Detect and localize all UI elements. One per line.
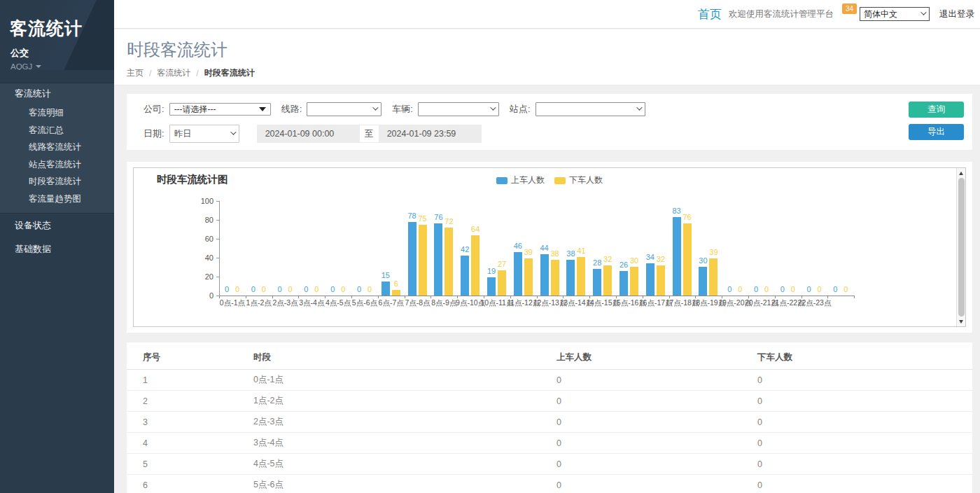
bar-boarding: [540, 254, 549, 296]
chevron-down-icon: [36, 65, 41, 68]
bar-value-label: 30: [626, 256, 643, 265]
bar-alighting: [709, 258, 718, 296]
table-row: 65点-6点00: [127, 475, 972, 493]
notification-badge: 34: [842, 4, 857, 14]
bar-boarding: [593, 269, 601, 296]
bar-value-label: 39: [520, 248, 537, 256]
table-cell: 3: [127, 412, 253, 433]
y-tick: [216, 220, 219, 221]
vehicle-select[interactable]: [418, 102, 499, 116]
y-tick-label: 0: [190, 291, 214, 300]
filter-panel: 公司: ---请选择--- 线路: 车辆:: [127, 94, 972, 150]
bar-value-label: 0: [335, 285, 351, 293]
bar-value-label: 0: [361, 285, 378, 293]
table-cell: 3点-4点: [253, 433, 556, 454]
date-preset-select[interactable]: 昨日: [169, 125, 239, 143]
bar-boarding: [514, 252, 522, 296]
breadcrumb: 主页 / 客流统计 / 时段客流统计: [127, 67, 980, 79]
sidebar-item-period-stats[interactable]: 时段客流统计: [0, 173, 114, 190]
y-tick-label: 100: [190, 197, 214, 205]
bar-alighting: [683, 223, 692, 296]
table-cell: 0: [556, 475, 757, 493]
bar-boarding: [461, 256, 469, 296]
col-header-period: 时段: [253, 345, 556, 370]
bar-value-label: 6: [388, 279, 405, 288]
table-cell: 0点-1点: [253, 370, 556, 391]
bar-alighting: [471, 235, 479, 296]
bar-alighting: [498, 270, 506, 296]
page-title: 时段客流统计: [127, 39, 980, 61]
bar-value-label: 0: [255, 285, 272, 293]
col-header-boarding: 上车人数: [556, 345, 757, 370]
breadcrumb-separator: /: [196, 69, 198, 78]
query-button[interactable]: 查询: [909, 102, 964, 118]
company-select-value: ---请选择---: [174, 104, 216, 116]
bar-value-label: 15: [377, 271, 394, 279]
bar-value-label: 0: [282, 285, 299, 293]
sidebar-item-passenger-detail[interactable]: 客流明细: [0, 104, 114, 122]
bar-alighting: [524, 258, 533, 296]
bar-boarding: [646, 263, 654, 296]
table-cell: 5点-6点: [253, 475, 556, 493]
sidebar-menu: 客流统计 客流明细 客流汇总 线路客流统计 站点客流统计 时段客流统计 客流量趋…: [0, 83, 114, 261]
bar-value-label: 38: [547, 249, 564, 258]
sidebar-item-station-stats[interactable]: 站点客流统计: [0, 156, 114, 174]
line-label: 线路:: [281, 103, 302, 116]
breadcrumb-passenger-stats[interactable]: 客流统计: [157, 67, 190, 79]
data-table-panel: 序号 时段 上车人数 下车人数 10点-1点0021点-2点0032点-3点00…: [127, 342, 972, 493]
table-cell: 1点-2点: [253, 391, 556, 412]
chart-scrollbar[interactable]: [956, 168, 965, 326]
sidebar-item-line-stats[interactable]: 线路客流统计: [0, 139, 114, 156]
date-preset-value: 昨日: [174, 128, 192, 140]
station-select[interactable]: [536, 102, 645, 116]
bar-value-label: 39: [705, 248, 722, 256]
table-cell: 1: [127, 370, 253, 391]
org-selector[interactable]: AQGJ: [10, 62, 114, 70]
table-cell: 2点-3点: [253, 412, 556, 433]
chevron-down-icon: [372, 104, 378, 110]
scroll-down-icon[interactable]: [957, 317, 965, 326]
bar-value-label: 0: [811, 285, 828, 293]
logout-link[interactable]: 退出登录: [939, 8, 974, 20]
scrollbar-thumb[interactable]: [958, 178, 965, 317]
export-button[interactable]: 导出: [909, 124, 964, 140]
date-from-input[interactable]: [257, 125, 360, 143]
table-cell: 0: [757, 370, 972, 391]
table-cell: 2: [127, 391, 253, 412]
scroll-up-icon[interactable]: [957, 169, 965, 177]
sidebar-item-base-data[interactable]: 基础数据: [0, 237, 114, 261]
bar-boarding: [620, 271, 628, 296]
bar-value-label: 64: [467, 225, 484, 233]
org-code: AQGJ: [10, 62, 32, 70]
bar-alighting: [603, 265, 612, 296]
y-tick-label: 20: [190, 272, 214, 281]
table-cell: 5: [127, 454, 253, 475]
company-select[interactable]: ---请选择---: [169, 103, 271, 116]
date-to-input[interactable]: [379, 125, 482, 143]
bar-alighting: [419, 225, 427, 296]
col-header-alighting: 下车人数: [757, 345, 972, 370]
welcome-text: 欢迎使用客流统计管理平台: [729, 8, 834, 20]
y-tick: [216, 277, 219, 277]
line-select[interactable]: [307, 102, 382, 116]
app-title: 客流统计: [0, 0, 114, 40]
chevron-down-icon: [920, 9, 926, 15]
sidebar-item-trend-chart[interactable]: 客流量趋势图: [0, 190, 114, 208]
table-cell: 0: [757, 454, 972, 475]
bar-alighting: [657, 265, 665, 296]
table-row: 54点-5点00: [127, 454, 972, 475]
table-cell: 0: [556, 433, 757, 454]
breadcrumb-home[interactable]: 主页: [127, 67, 144, 79]
sidebar-item-passenger-summary[interactable]: 客流汇总: [0, 122, 114, 139]
home-link[interactable]: 首页: [698, 6, 722, 22]
breadcrumb-current: 时段客流统计: [204, 67, 255, 79]
y-tick: [216, 258, 219, 258]
language-select[interactable]: 简体中文: [860, 7, 930, 21]
chart-panel: 时段车流统计图 上车人数 下车人数 020406080100000点-1点001…: [127, 162, 972, 333]
sidebar-group-passenger-stats[interactable]: 客流统计: [0, 83, 114, 104]
bar-alighting: [551, 260, 559, 296]
sidebar-item-device-status[interactable]: 设备状态: [0, 214, 114, 237]
bar-value-label: 0: [308, 285, 325, 293]
table-row: 21点-2点00: [127, 391, 972, 412]
bar-alighting: [444, 228, 453, 296]
